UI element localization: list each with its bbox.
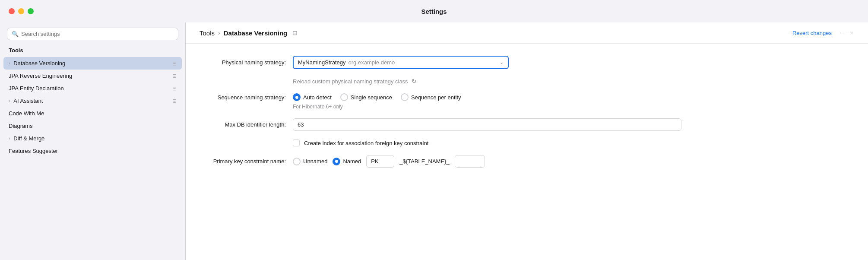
sidebar-section-title: Tools [0, 45, 185, 57]
window-title: Settings [421, 8, 447, 15]
sequence-radio-group: Auto detect Single sequence Sequence per… [293, 93, 461, 101]
radio-named-label: Named [343, 158, 361, 165]
content-body: Physical naming strategy: MyNamingStrate… [186, 44, 868, 260]
dropdown-sub-text: org.example.demo [348, 59, 497, 66]
sidebar-item-label: AI Assistant [13, 98, 43, 104]
sidebar-item-jpa-reverse[interactable]: JPA Reverse Engineering ⊟ [0, 70, 185, 82]
reload-icon[interactable]: ↻ [412, 78, 417, 85]
nav-forward-button[interactable]: → [847, 29, 854, 37]
sidebar-item-database-versioning[interactable]: › Database Versioning ⊟ [3, 57, 182, 70]
radio-auto-detect-circle [293, 93, 301, 101]
radio-sequence-per-entity[interactable]: Sequence per entity [401, 93, 461, 101]
dropdown-main-text: MyNamingStrategy [298, 59, 346, 66]
radio-sequence-per-entity-circle [401, 93, 409, 101]
nav-arrows: ← → [839, 29, 854, 37]
radio-sequence-per-entity-label: Sequence per entity [411, 94, 461, 101]
radio-auto-detect-label: Auto detect [303, 94, 332, 101]
sidebar-item-code-with-me[interactable]: Code With Me [0, 107, 185, 120]
chevron-right-icon: › [9, 61, 10, 66]
max-db-input[interactable] [293, 118, 681, 131]
create-index-row: Create index for association foreign key… [200, 140, 854, 146]
chevron-right-icon: › [9, 136, 10, 141]
sidebar-item-label: Code With Me [9, 110, 44, 117]
physical-naming-label: Physical naming strategy: [200, 59, 286, 66]
chevron-right-icon: › [9, 98, 10, 103]
minimize-button[interactable] [18, 8, 24, 14]
sidebar-item-jpa-entity[interactable]: JPA Entity Declaration ⊟ [0, 82, 185, 95]
titlebar: Settings [0, 0, 868, 22]
pin-icon: ⊟ [172, 86, 177, 92]
create-index-label: Create index for association foreign key… [304, 140, 428, 146]
max-db-label: Max DB identifier length: [200, 121, 286, 128]
radio-unnamed-circle [293, 158, 301, 165]
radio-unnamed[interactable]: Unnamed [293, 158, 327, 165]
breadcrumb-separator: › [218, 29, 220, 36]
radio-unnamed-label: Unnamed [303, 158, 327, 165]
chevron-down-icon: ⌄ [500, 60, 504, 65]
content-area: Tools › Database Versioning ⊟ Revert cha… [186, 22, 868, 260]
sidebar-item-label: JPA Entity Declaration [9, 85, 64, 92]
radio-auto-detect[interactable]: Auto detect [293, 93, 332, 101]
sidebar-item-label: Diff & Merge [13, 135, 44, 142]
hibernate-note: For Hibernate 6+ only [200, 104, 854, 110]
pin-icon: ⊟ [172, 98, 177, 104]
create-index-checkbox[interactable] [293, 140, 300, 146]
radio-named[interactable]: Named [333, 158, 361, 165]
sidebar-item-label: Database Versioning [13, 60, 65, 67]
sidebar-item-features-suggester[interactable]: Features Suggester [0, 145, 185, 157]
revert-changes-button[interactable]: Revert changes [792, 30, 832, 36]
sidebar-item-label: Features Suggester [9, 148, 58, 154]
pk-constraint-label: Primary key constraint name: [200, 158, 286, 165]
pin-icon: ⊟ [172, 73, 177, 79]
sidebar-item-label: Diagrams [9, 123, 33, 129]
radio-single-sequence[interactable]: Single sequence [340, 93, 392, 101]
physical-naming-dropdown[interactable]: MyNamingStrategy org.example.demo ⌄ [293, 56, 509, 69]
main-layout: 🔍 Tools › Database Versioning ⊟ JPA Reve… [0, 22, 868, 260]
physical-naming-row: Physical naming strategy: MyNamingStrate… [200, 56, 854, 69]
pk-constraint-row: Primary key constraint name: Unnamed Nam… [200, 155, 854, 168]
pin-icon: ⊟ [172, 60, 177, 67]
sidebar-item-diagrams[interactable]: Diagrams [0, 120, 185, 132]
content-header: Tools › Database Versioning ⊟ Revert cha… [186, 22, 868, 44]
sidebar-item-ai-assistant[interactable]: › AI Assistant ⊟ [0, 95, 185, 107]
pk-middle-text: _${TABLE_NAME}_ [399, 158, 449, 165]
search-input[interactable] [21, 31, 174, 37]
pk-prefix-input[interactable] [366, 155, 394, 168]
radio-single-sequence-label: Single sequence [351, 94, 392, 101]
maximize-button[interactable] [28, 8, 34, 14]
reload-label: Reload custom physical naming strategy c… [293, 78, 408, 85]
close-button[interactable] [9, 8, 15, 14]
pk-suffix-input[interactable] [455, 155, 485, 168]
pk-options-row: Unnamed Named _${TABLE_NAME}_ [293, 155, 485, 168]
breadcrumb-current: Database Versioning [224, 29, 288, 37]
search-icon: 🔍 [12, 31, 19, 37]
sequence-naming-row: Sequence naming strategy: Auto detect Si… [200, 93, 854, 101]
sidebar-item-label: JPA Reverse Engineering [9, 73, 72, 79]
search-container: 🔍 [0, 28, 185, 45]
pin-tab-button[interactable]: ⊟ [291, 29, 299, 37]
radio-single-sequence-circle [340, 93, 348, 101]
search-wrapper[interactable]: 🔍 [7, 28, 178, 40]
window-controls [9, 8, 34, 14]
settings-window: Settings 🔍 Tools › Database Versioning ⊟… [0, 0, 868, 260]
nav-back-button[interactable]: ← [839, 29, 846, 37]
sidebar: 🔍 Tools › Database Versioning ⊟ JPA Reve… [0, 22, 186, 260]
reload-row: Reload custom physical naming strategy c… [200, 78, 854, 85]
sequence-naming-label: Sequence naming strategy: [200, 94, 286, 101]
sidebar-item-diff-merge[interactable]: › Diff & Merge [0, 132, 185, 145]
breadcrumb-parent: Tools [200, 29, 215, 37]
radio-named-circle [333, 158, 340, 165]
max-db-row: Max DB identifier length: [200, 118, 854, 131]
